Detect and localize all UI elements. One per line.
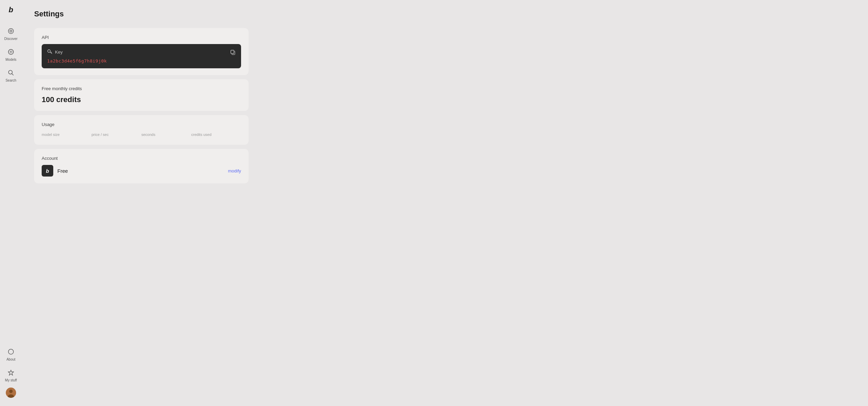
sidebar-item-models[interactable]: Models	[1, 46, 20, 64]
credits-card: Free monthly credits 100 credits	[34, 79, 249, 111]
usage-header-row: model size price / sec seconds credits u…	[42, 131, 241, 138]
svg-rect-16	[231, 50, 234, 54]
api-card: API Key 1a2bc3d4e5f6g7h8i9j0k	[34, 28, 249, 75]
account-type-label: Free	[57, 168, 68, 174]
account-card: Account b Free modify	[34, 149, 249, 183]
sidebar-item-search-label: Search	[5, 79, 16, 82]
svg-point-0	[9, 29, 14, 34]
key-icon	[47, 49, 52, 55]
svg-line-6	[12, 74, 14, 75]
modify-link[interactable]: modify	[228, 168, 241, 173]
usage-col-credits: credits used	[191, 131, 241, 138]
search-icon	[8, 70, 14, 78]
usage-col-seconds: seconds	[141, 131, 191, 138]
usage-table: model size price / sec seconds credits u…	[42, 131, 241, 138]
usage-col-price: price / sec	[92, 131, 141, 138]
api-key-value: 1a2bc3d4e5f6g7h8i9j0k	[47, 58, 236, 64]
credits-section-label: Free monthly credits	[42, 86, 241, 91]
main-content: Settings API Key 1a2bc3d4e5f6g7h8i9j0k	[22, 0, 261, 406]
svg-marker-8	[8, 370, 14, 375]
api-key-label: Key	[55, 50, 62, 55]
models-icon	[8, 49, 14, 57]
app-logo: b	[9, 5, 13, 14]
account-section-label: Account	[42, 156, 241, 161]
svg-point-10	[9, 390, 13, 393]
user-avatar[interactable]	[6, 388, 16, 398]
sidebar-item-my-stuff[interactable]: My stuff	[1, 367, 20, 385]
discover-icon	[8, 28, 14, 36]
sidebar-nav: Discover Models Search	[1, 25, 20, 346]
sidebar-item-search[interactable]: Search	[1, 67, 20, 85]
svg-point-1	[10, 30, 12, 32]
api-key-header: Key	[47, 49, 236, 55]
api-section-label: API	[42, 35, 241, 40]
account-row: b Free modify	[42, 165, 241, 177]
credits-amount: 100 credits	[42, 95, 241, 104]
svg-line-14	[51, 52, 52, 53]
sidebar-item-about[interactable]: About	[1, 346, 20, 364]
sidebar-item-my-stuff-label: My stuff	[5, 378, 17, 382]
star-icon	[8, 369, 14, 377]
account-type-icon: b	[42, 165, 53, 177]
sidebar-item-discover[interactable]: Discover	[1, 25, 20, 43]
usage-col-model: model size	[42, 131, 92, 138]
svg-point-3	[10, 51, 12, 53]
about-icon	[8, 349, 14, 356]
sidebar-item-about-label: About	[6, 358, 15, 361]
usage-section-label: Usage	[42, 122, 241, 127]
svg-point-7	[9, 349, 14, 354]
sidebar-item-models-label: Models	[5, 58, 16, 61]
api-key-box: Key 1a2bc3d4e5f6g7h8i9j0k	[42, 44, 241, 68]
copy-button[interactable]	[229, 48, 237, 58]
sidebar-bottom: About My stuff	[1, 346, 20, 401]
sidebar-item-discover-label: Discover	[4, 37, 18, 41]
usage-card: Usage model size price / sec seconds cre…	[34, 115, 249, 145]
page-title: Settings	[34, 10, 249, 18]
sidebar: b Discover Models	[0, 0, 22, 406]
account-left: b Free	[42, 165, 68, 177]
